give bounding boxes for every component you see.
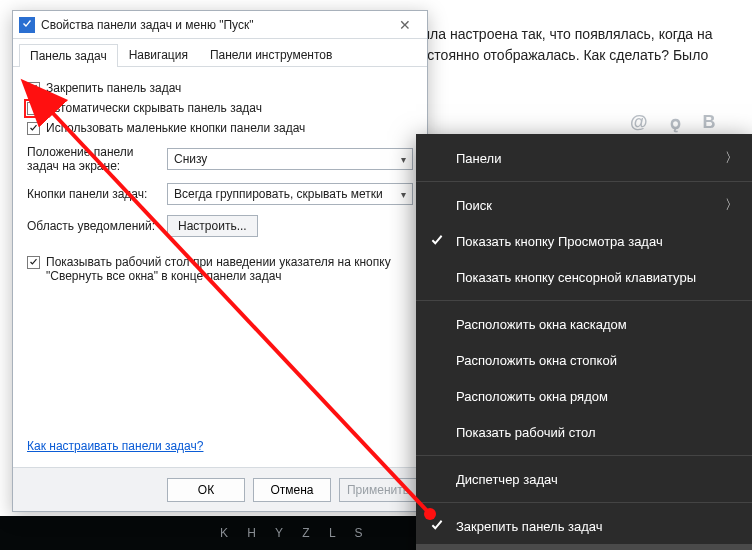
chevron-down-icon: ▾ [401, 154, 406, 165]
checkbox-lock-taskbar[interactable] [27, 82, 40, 95]
ctx-search[interactable]: Поиск 〉 [416, 187, 752, 223]
ctx-lock[interactable]: Закрепить панель задач [416, 508, 752, 544]
ctx-search-label: Поиск [456, 198, 492, 213]
label-buttons: Кнопки панели задач: [27, 187, 167, 201]
titlebar[interactable]: Свойства панели задач и меню "Пуск" ✕ [13, 11, 427, 39]
apply-button[interactable]: Применить [339, 478, 417, 502]
taskbar-context-menu: Панели 〉 Поиск 〉 Показать кнопку Просмот… [416, 134, 752, 550]
select-position-value: Снизу [174, 152, 207, 166]
ok-button[interactable]: ОК [167, 478, 245, 502]
ctx-taskview[interactable]: Показать кнопку Просмотра задач [416, 223, 752, 259]
ctx-cascade-label: Расположить окна каскадом [456, 317, 627, 332]
system-icon [19, 17, 35, 33]
taskbar-properties-dialog: Свойства панели задач и меню "Пуск" ✕ Па… [12, 10, 428, 512]
help-link[interactable]: Как настраивать панели задач? [27, 439, 203, 453]
background-article-text: была настроена так, что появлялась, когд… [412, 24, 744, 66]
checkbox-small-buttons[interactable] [27, 122, 40, 135]
tab-taskbar[interactable]: Панель задач [19, 44, 118, 67]
cancel-button[interactable]: Отмена [253, 478, 331, 502]
ctx-stack-label: Расположить окна стопкой [456, 353, 617, 368]
ctx-panels-label: Панели [456, 151, 501, 166]
tabstrip: Панель задач Навигация Панели инструмент… [13, 39, 427, 67]
checkbox-peek[interactable] [27, 256, 40, 269]
ctx-lock-label: Закрепить панель задач [456, 519, 603, 534]
ctx-properties[interactable]: Свойства [416, 544, 752, 550]
chevron-right-icon: 〉 [725, 196, 738, 214]
ctx-side-label: Расположить окна рядом [456, 389, 608, 404]
label-peek: Показывать рабочий стол при наведении ук… [46, 255, 413, 283]
ok-icon[interactable]: ǫ [670, 112, 681, 134]
separator [416, 502, 752, 503]
ctx-panels[interactable]: Панели 〉 [416, 140, 752, 176]
at-icon[interactable]: @ [630, 112, 648, 134]
chevron-right-icon: 〉 [725, 149, 738, 167]
select-buttons-value: Всегда группировать, скрывать метки [174, 187, 383, 201]
label-autohide: Автоматически скрывать панель задач [46, 101, 262, 115]
check-icon [430, 519, 444, 533]
check-icon [430, 234, 444, 248]
label-small-buttons: Использовать маленькие кнопки панели зад… [46, 121, 305, 135]
checkbox-autohide[interactable] [27, 102, 40, 115]
separator [416, 300, 752, 301]
select-buttons[interactable]: Всегда группировать, скрывать метки ▾ [167, 183, 413, 205]
dialog-body: Закрепить панель задач Автоматически скр… [13, 67, 427, 463]
tab-navigation[interactable]: Навигация [118, 43, 199, 66]
ctx-touchkb[interactable]: Показать кнопку сенсорной клавиатуры [416, 259, 752, 295]
separator [416, 181, 752, 182]
ctx-taskmgr[interactable]: Диспетчер задач [416, 461, 752, 497]
label-lock-taskbar: Закрепить панель задач [46, 81, 181, 95]
separator [416, 455, 752, 456]
ctx-taskview-label: Показать кнопку Просмотра задач [456, 234, 663, 249]
ctx-stack[interactable]: Расположить окна стопкой [416, 342, 752, 378]
ctx-taskmgr-label: Диспетчер задач [456, 472, 558, 487]
ctx-desktop[interactable]: Показать рабочий стол [416, 414, 752, 450]
ctx-touchkb-label: Показать кнопку сенсорной клавиатуры [456, 270, 696, 285]
select-position[interactable]: Снизу ▾ [167, 148, 413, 170]
configure-notifications-button[interactable]: Настроить... [167, 215, 258, 237]
tab-toolbars[interactable]: Панели инструментов [199, 43, 343, 66]
dialog-footer: ОК Отмена Применить [13, 467, 427, 511]
close-button[interactable]: ✕ [387, 13, 423, 37]
chevron-down-icon: ▾ [401, 189, 406, 200]
vk-icon[interactable]: В [703, 112, 716, 134]
social-icons: @ ǫ В [630, 112, 716, 134]
ctx-desktop-label: Показать рабочий стол [456, 425, 595, 440]
label-position: Положение панели задач на экране: [27, 145, 167, 173]
label-notifications: Область уведомлений: [27, 219, 167, 233]
window-title: Свойства панели задач и меню "Пуск" [41, 18, 387, 32]
ctx-cascade[interactable]: Расположить окна каскадом [416, 306, 752, 342]
ctx-side[interactable]: Расположить окна рядом [416, 378, 752, 414]
